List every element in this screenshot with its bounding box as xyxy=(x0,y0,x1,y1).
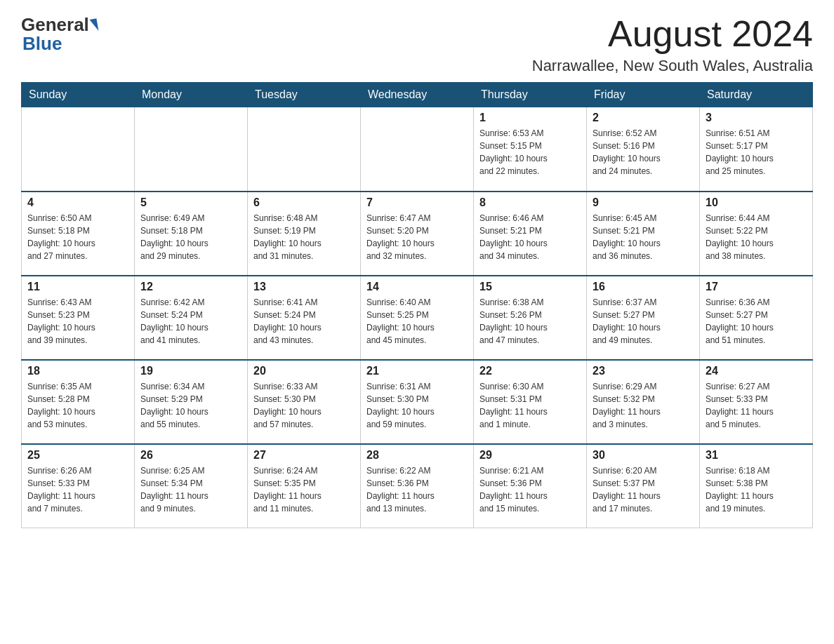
calendar-cell: 31Sunrise: 6:18 AM Sunset: 5:38 PM Dayli… xyxy=(700,444,813,528)
logo-area: General Blue xyxy=(21,14,99,55)
calendar-cell: 6Sunrise: 6:48 AM Sunset: 5:19 PM Daylig… xyxy=(248,192,361,276)
cell-sun-info: Sunrise: 6:46 AM Sunset: 5:21 PM Dayligh… xyxy=(479,212,581,262)
column-header-saturday: Saturday xyxy=(700,83,813,107)
calendar-cell: 3Sunrise: 6:51 AM Sunset: 5:17 PM Daylig… xyxy=(700,107,813,192)
cell-day-number: 3 xyxy=(706,112,807,124)
cell-sun-info: Sunrise: 6:22 AM Sunset: 5:36 PM Dayligh… xyxy=(366,464,468,515)
calendar-cell: 24Sunrise: 6:27 AM Sunset: 5:33 PM Dayli… xyxy=(700,360,813,444)
calendar-cell: 13Sunrise: 6:41 AM Sunset: 5:24 PM Dayli… xyxy=(248,276,361,360)
column-header-wednesday: Wednesday xyxy=(361,83,474,107)
cell-sun-info: Sunrise: 6:20 AM Sunset: 5:37 PM Dayligh… xyxy=(593,464,694,515)
calendar-week-row: 4Sunrise: 6:50 AM Sunset: 5:18 PM Daylig… xyxy=(22,192,813,276)
cell-sun-info: Sunrise: 6:31 AM Sunset: 5:30 PM Dayligh… xyxy=(366,380,468,431)
calendar-week-row: 18Sunrise: 6:35 AM Sunset: 5:28 PM Dayli… xyxy=(22,360,813,444)
calendar-cell: 25Sunrise: 6:26 AM Sunset: 5:33 PM Dayli… xyxy=(22,444,135,528)
cell-sun-info: Sunrise: 6:45 AM Sunset: 5:21 PM Dayligh… xyxy=(593,212,694,262)
cell-sun-info: Sunrise: 6:33 AM Sunset: 5:30 PM Dayligh… xyxy=(253,380,355,431)
cell-sun-info: Sunrise: 6:26 AM Sunset: 5:33 PM Dayligh… xyxy=(27,464,128,515)
cell-sun-info: Sunrise: 6:36 AM Sunset: 5:27 PM Dayligh… xyxy=(706,296,807,347)
calendar-cell: 26Sunrise: 6:25 AM Sunset: 5:34 PM Dayli… xyxy=(135,444,248,528)
cell-day-number: 16 xyxy=(593,281,694,293)
calendar-cell: 10Sunrise: 6:44 AM Sunset: 5:22 PM Dayli… xyxy=(700,192,813,276)
calendar-week-row: 25Sunrise: 6:26 AM Sunset: 5:33 PM Dayli… xyxy=(22,444,813,528)
cell-day-number: 5 xyxy=(140,196,241,209)
calendar-cell: 22Sunrise: 6:30 AM Sunset: 5:31 PM Dayli… xyxy=(474,360,587,444)
cell-day-number: 26 xyxy=(140,449,241,462)
cell-sun-info: Sunrise: 6:18 AM Sunset: 5:38 PM Dayligh… xyxy=(706,464,807,515)
location-title: Narrawallee, New South Wales, Australia xyxy=(532,57,813,75)
cell-day-number: 17 xyxy=(706,281,807,293)
column-header-sunday: Sunday xyxy=(22,83,135,107)
cell-day-number: 12 xyxy=(140,281,241,293)
cell-sun-info: Sunrise: 6:25 AM Sunset: 5:34 PM Dayligh… xyxy=(140,464,241,515)
calendar-cell: 9Sunrise: 6:45 AM Sunset: 5:21 PM Daylig… xyxy=(587,192,700,276)
calendar-cell: 28Sunrise: 6:22 AM Sunset: 5:36 PM Dayli… xyxy=(361,444,474,528)
calendar-cell xyxy=(248,107,361,192)
cell-day-number: 20 xyxy=(253,365,355,377)
cell-sun-info: Sunrise: 6:43 AM Sunset: 5:23 PM Dayligh… xyxy=(27,296,128,347)
cell-day-number: 21 xyxy=(366,365,468,377)
cell-day-number: 23 xyxy=(593,365,694,377)
cell-sun-info: Sunrise: 6:29 AM Sunset: 5:32 PM Dayligh… xyxy=(593,380,694,431)
cell-sun-info: Sunrise: 6:38 AM Sunset: 5:26 PM Dayligh… xyxy=(479,296,581,347)
calendar-cell: 7Sunrise: 6:47 AM Sunset: 5:20 PM Daylig… xyxy=(361,192,474,276)
calendar-cell: 12Sunrise: 6:42 AM Sunset: 5:24 PM Dayli… xyxy=(135,276,248,360)
cell-sun-info: Sunrise: 6:40 AM Sunset: 5:25 PM Dayligh… xyxy=(366,296,468,347)
calendar-cell xyxy=(22,107,135,192)
cell-sun-info: Sunrise: 6:52 AM Sunset: 5:16 PM Dayligh… xyxy=(593,127,694,177)
cell-sun-info: Sunrise: 6:37 AM Sunset: 5:27 PM Dayligh… xyxy=(593,296,694,347)
page-header: General Blue August 2024 Narrawallee, Ne… xyxy=(21,14,813,75)
cell-day-number: 25 xyxy=(27,449,128,462)
cell-sun-info: Sunrise: 6:27 AM Sunset: 5:33 PM Dayligh… xyxy=(706,380,807,431)
cell-day-number: 28 xyxy=(366,449,468,462)
cell-sun-info: Sunrise: 6:53 AM Sunset: 5:15 PM Dayligh… xyxy=(479,127,581,177)
calendar-cell: 17Sunrise: 6:36 AM Sunset: 5:27 PM Dayli… xyxy=(700,276,813,360)
cell-day-number: 1 xyxy=(479,112,581,124)
cell-sun-info: Sunrise: 6:44 AM Sunset: 5:22 PM Dayligh… xyxy=(706,212,807,262)
calendar-cell: 1Sunrise: 6:53 AM Sunset: 5:15 PM Daylig… xyxy=(474,107,587,192)
column-header-thursday: Thursday xyxy=(474,83,587,107)
calendar-cell: 14Sunrise: 6:40 AM Sunset: 5:25 PM Dayli… xyxy=(361,276,474,360)
calendar-cell: 11Sunrise: 6:43 AM Sunset: 5:23 PM Dayli… xyxy=(22,276,135,360)
cell-day-number: 6 xyxy=(253,196,355,209)
cell-sun-info: Sunrise: 6:34 AM Sunset: 5:29 PM Dayligh… xyxy=(140,380,241,431)
cell-sun-info: Sunrise: 6:21 AM Sunset: 5:36 PM Dayligh… xyxy=(479,464,581,515)
cell-sun-info: Sunrise: 6:49 AM Sunset: 5:18 PM Dayligh… xyxy=(140,212,241,262)
calendar-week-row: 11Sunrise: 6:43 AM Sunset: 5:23 PM Dayli… xyxy=(22,276,813,360)
cell-sun-info: Sunrise: 6:35 AM Sunset: 5:28 PM Dayligh… xyxy=(27,380,128,431)
cell-day-number: 29 xyxy=(479,449,581,462)
cell-day-number: 10 xyxy=(706,196,807,209)
cell-day-number: 14 xyxy=(366,281,468,293)
calendar-cell: 15Sunrise: 6:38 AM Sunset: 5:26 PM Dayli… xyxy=(474,276,587,360)
calendar-cell: 29Sunrise: 6:21 AM Sunset: 5:36 PM Dayli… xyxy=(474,444,587,528)
cell-day-number: 18 xyxy=(27,365,128,377)
cell-day-number: 13 xyxy=(253,281,355,293)
cell-day-number: 7 xyxy=(366,196,468,209)
calendar-cell xyxy=(135,107,248,192)
calendar-cell: 30Sunrise: 6:20 AM Sunset: 5:37 PM Dayli… xyxy=(587,444,700,528)
cell-day-number: 22 xyxy=(479,365,581,377)
cell-sun-info: Sunrise: 6:47 AM Sunset: 5:20 PM Dayligh… xyxy=(366,212,468,262)
column-header-friday: Friday xyxy=(587,83,700,107)
cell-day-number: 9 xyxy=(593,196,694,209)
calendar-cell: 18Sunrise: 6:35 AM Sunset: 5:28 PM Dayli… xyxy=(22,360,135,444)
title-area: August 2024 Narrawallee, New South Wales… xyxy=(532,14,813,75)
calendar-cell: 23Sunrise: 6:29 AM Sunset: 5:32 PM Dayli… xyxy=(587,360,700,444)
calendar-cell: 16Sunrise: 6:37 AM Sunset: 5:27 PM Dayli… xyxy=(587,276,700,360)
cell-day-number: 4 xyxy=(27,196,128,209)
calendar-cell xyxy=(361,107,474,192)
cell-sun-info: Sunrise: 6:30 AM Sunset: 5:31 PM Dayligh… xyxy=(479,380,581,431)
column-header-monday: Monday xyxy=(135,83,248,107)
calendar-cell: 4Sunrise: 6:50 AM Sunset: 5:18 PM Daylig… xyxy=(22,192,135,276)
calendar-header-row: SundayMondayTuesdayWednesdayThursdayFrid… xyxy=(22,83,813,107)
cell-day-number: 27 xyxy=(253,449,355,462)
calendar-week-row: 1Sunrise: 6:53 AM Sunset: 5:15 PM Daylig… xyxy=(22,107,813,192)
cell-day-number: 19 xyxy=(140,365,241,377)
cell-day-number: 2 xyxy=(593,112,694,124)
calendar-cell: 5Sunrise: 6:49 AM Sunset: 5:18 PM Daylig… xyxy=(135,192,248,276)
logo-blue-text: Blue xyxy=(22,33,62,54)
cell-day-number: 30 xyxy=(593,449,694,462)
column-header-tuesday: Tuesday xyxy=(248,83,361,107)
calendar-cell: 20Sunrise: 6:33 AM Sunset: 5:30 PM Dayli… xyxy=(248,360,361,444)
logo-triangle-icon xyxy=(89,18,98,32)
